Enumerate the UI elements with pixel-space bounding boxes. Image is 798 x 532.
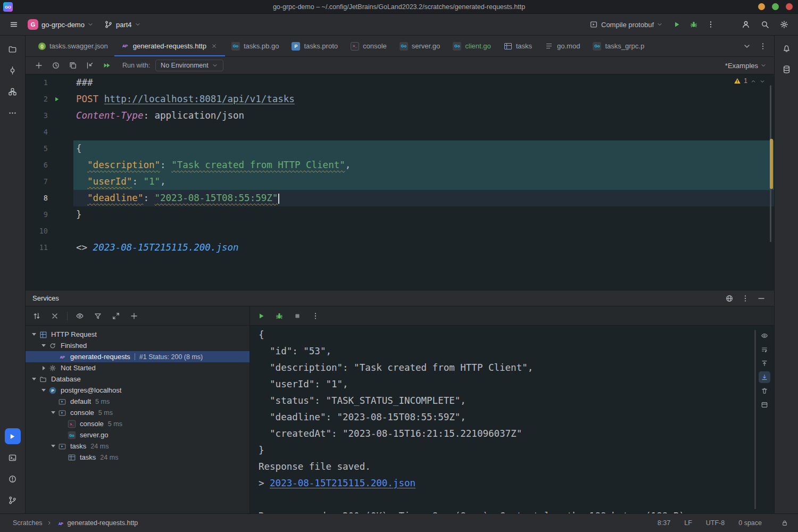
tab-go-mod[interactable]: go.mod: [538, 36, 586, 56]
tree-item-server-go[interactable]: server.go: [26, 429, 250, 440]
close-icon[interactable]: [49, 310, 61, 322]
submit-icon[interactable]: [84, 60, 96, 71]
breadcrumb-file[interactable]: generated-requests.http: [68, 519, 138, 527]
terminal-icon[interactable]: [5, 450, 21, 466]
project-selector[interactable]: G go-grpc-demo: [23, 17, 98, 32]
inspection-widget[interactable]: 1: [734, 77, 766, 85]
scroll-top-icon[interactable]: [759, 358, 770, 369]
funnel-icon[interactable]: [92, 310, 104, 322]
environment-selector[interactable]: No Environment: [155, 60, 223, 71]
minimize-icon[interactable]: [755, 293, 767, 304]
code-line[interactable]: ###: [73, 74, 774, 91]
tree-item-console[interactable]: console5 ms: [26, 418, 250, 429]
problems-icon[interactable]: [5, 471, 21, 487]
response-console[interactable]: { "id": "53", "description": "Task creat…: [250, 326, 774, 513]
git-branch-icon[interactable]: [5, 492, 21, 508]
kebab-icon[interactable]: [703, 17, 718, 32]
database-icon[interactable]: [778, 61, 794, 77]
expand-icon[interactable]: [110, 310, 122, 322]
services-header[interactable]: Services: [26, 290, 774, 306]
kebab-icon[interactable]: [310, 310, 321, 322]
scroll-bottom-icon[interactable]: [759, 371, 770, 383]
code-line[interactable]: POST http://localhost:8081/api/v1/tasks: [73, 91, 774, 107]
tree-item-generated-requests[interactable]: generated-requests#1 Status: 200 (8 ms): [26, 351, 250, 362]
prev-problem-button[interactable]: [750, 78, 757, 84]
tree-item-not-started[interactable]: Not Started: [26, 362, 250, 373]
more-icon[interactable]: [5, 105, 21, 121]
clock-icon[interactable]: [50, 60, 62, 71]
code-line[interactable]: "deadline": "2023-08-15T08:55:59Z": [73, 190, 774, 206]
caret-position-widget[interactable]: 8:37: [658, 519, 670, 527]
eye-icon[interactable]: [74, 310, 86, 322]
add-icon[interactable]: [33, 60, 45, 71]
tree-item-tasks[interactable]: tasks24 ms: [26, 440, 250, 452]
settings-icon[interactable]: [777, 17, 792, 32]
tree-chevron-icon[interactable]: [39, 364, 48, 372]
notifications-icon[interactable]: [778, 40, 794, 56]
run-all-icon[interactable]: [101, 60, 113, 71]
code-line[interactable]: [73, 124, 774, 140]
tree-chevron-icon[interactable]: [30, 330, 38, 339]
code-line[interactable]: "userId": "1",: [73, 173, 774, 190]
tab-console[interactable]: console: [344, 36, 393, 56]
console-scrollbar[interactable]: [754, 330, 756, 509]
bug-icon[interactable]: [686, 17, 701, 32]
tree-item-finished[interactable]: Finished: [26, 340, 250, 351]
tab-tasks-proto[interactable]: tasks.proto: [285, 36, 344, 56]
main-menu-button[interactable]: [6, 17, 21, 32]
tab-server-go[interactable]: server.go: [393, 36, 446, 56]
search-icon[interactable]: [758, 17, 772, 32]
play-icon[interactable]: [669, 17, 684, 32]
breadcrumb-root[interactable]: Scratches: [13, 519, 43, 527]
soft-wrap-icon[interactable]: [759, 344, 770, 355]
warning-stripe-marker[interactable]: [770, 139, 773, 189]
structure-icon[interactable]: [5, 84, 21, 99]
code-line[interactable]: }: [73, 206, 774, 223]
stop-icon[interactable]: [292, 310, 303, 322]
close-icon[interactable]: [210, 42, 219, 51]
tree-chevron-icon[interactable]: [49, 442, 57, 451]
bug-icon[interactable]: [273, 310, 285, 322]
branch-selector[interactable]: part4: [100, 18, 145, 31]
layout-icon[interactable]: [759, 399, 770, 411]
tab-tasks-grpc-p[interactable]: tasks_grpc.p: [586, 36, 651, 56]
tree-chevron-icon[interactable]: [30, 375, 38, 384]
folder-icon[interactable]: [5, 41, 21, 57]
tree-item-default[interactable]: default5 ms: [26, 396, 250, 407]
tree-item-http-request[interactable]: HTTP Request: [26, 329, 250, 340]
tree-item-postgres-localhost[interactable]: postgres@localhost: [26, 385, 250, 396]
add-icon[interactable]: [128, 310, 140, 322]
lock-icon[interactable]: [780, 518, 789, 528]
commit-icon[interactable]: [5, 62, 21, 78]
tab-tasks[interactable]: tasks: [497, 36, 538, 56]
tree-item-database[interactable]: Database: [26, 373, 250, 385]
tree-chevron-icon[interactable]: [39, 342, 48, 350]
tab-generated-requests-http[interactable]: generated-requests.http: [114, 36, 225, 56]
code-line[interactable]: "description": "Task created from HTTP C…: [73, 157, 774, 173]
user-icon[interactable]: [738, 17, 753, 32]
response-file-link[interactable]: 2023-08-15T215115.200.json: [270, 478, 415, 488]
run-configuration-selector[interactable]: Compile protobuf: [585, 18, 667, 31]
encoding-widget[interactable]: UTF-8: [706, 519, 725, 527]
tab-tasks-pb-go[interactable]: tasks.pb.go: [225, 36, 286, 56]
close-button[interactable]: [786, 3, 793, 10]
code-line[interactable]: Content-Type: application/json: [73, 107, 774, 124]
next-problem-button[interactable]: [759, 78, 766, 84]
tree-chevron-icon[interactable]: [39, 386, 48, 395]
tree-item-tasks[interactable]: tasks24 ms: [26, 452, 250, 463]
code-line[interactable]: [73, 223, 774, 239]
indent-widget[interactable]: 0 space: [738, 519, 762, 527]
copy-icon[interactable]: [67, 60, 79, 71]
services-icon[interactable]: [5, 428, 21, 444]
maximize-button[interactable]: [772, 3, 779, 10]
chevron-down-icon[interactable]: [741, 40, 753, 52]
globe-icon[interactable]: [724, 293, 735, 304]
code-line[interactable]: {: [73, 140, 774, 157]
minimize-button[interactable]: [758, 3, 765, 10]
code-line[interactable]: <> 2023-08-15T215115.200.json: [73, 239, 774, 256]
swap-icon[interactable]: [31, 310, 43, 322]
play-icon[interactable]: [255, 310, 267, 322]
kebab-icon[interactable]: [739, 293, 751, 304]
examples-dropdown[interactable]: *Examples: [725, 62, 767, 70]
play-icon[interactable]: [53, 96, 60, 103]
